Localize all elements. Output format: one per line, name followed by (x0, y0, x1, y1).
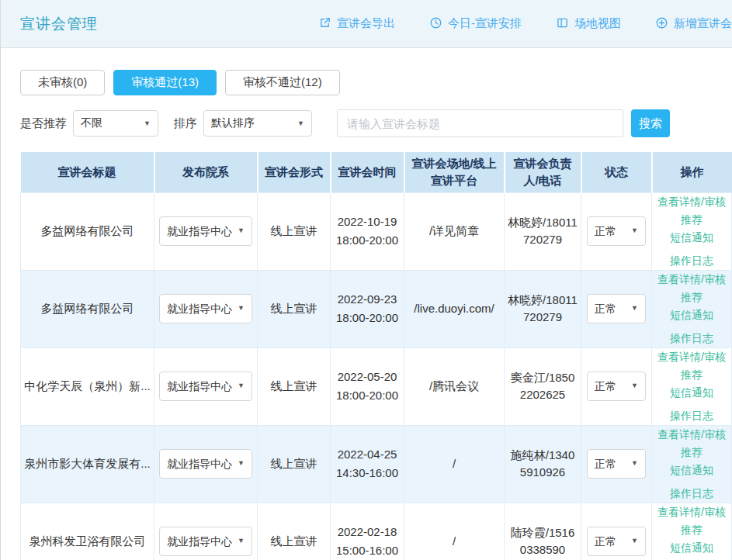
department-select[interactable]: 就业指导中心 ▼ (159, 449, 252, 479)
table-row: 多益网络有限公司 就业指导中心 ▼ 线上宣讲 2022-10-19 18:00-… (21, 192, 732, 270)
status-select-value: 正常 (595, 301, 616, 317)
top-bar: 宣讲会管理 宣讲会导出 今日-宣讲安排 场地视图 (1, 0, 732, 48)
row-action-link[interactable]: 推荐 (681, 366, 703, 384)
table-row: 泉州市影大体育发展有... 就业指导中心 ▼ 线上宣讲 2022-04-25 1… (21, 425, 732, 503)
session-format: 线上宣讲 (271, 534, 317, 548)
venue-view-link[interactable]: 场地视图 (556, 16, 621, 32)
session-title: 泉州科发卫浴有限公司 (29, 534, 146, 548)
row-action-link[interactable]: 短信通知 (670, 539, 713, 557)
session-time: 18:00-20:00 (334, 309, 401, 327)
table-body: 多益网络有限公司 就业指导中心 ▼ 线上宣讲 2022-10-19 18:00-… (21, 192, 732, 560)
chevron-down-icon: ▼ (238, 226, 245, 237)
department-select-value: 就业指导中心 (167, 223, 232, 240)
session-time: 18:00-20:00 (334, 231, 401, 250)
row-action-link[interactable]: 操作日志 (670, 330, 713, 347)
department-select[interactable]: 就业指导中心 ▼ (159, 294, 252, 323)
col-header-format: 宣讲会形式 (258, 152, 331, 192)
sort-select[interactable]: 默认排序 ▼ (203, 110, 312, 137)
chevron-down-icon: ▼ (238, 303, 245, 314)
department-select-value: 就业指导中心 (167, 301, 232, 317)
row-action-link[interactable]: 推荐 (681, 444, 703, 461)
col-header-operations: 操作 (652, 152, 732, 192)
session-date: 2022-10-19 (334, 213, 401, 231)
status-select[interactable]: 正常 ▼ (587, 527, 646, 556)
row-action-link[interactable]: 短信通知 (670, 306, 713, 324)
row-action-link[interactable]: 查看详情/审核 (657, 426, 726, 444)
row-action-link[interactable]: 推荐 (681, 289, 703, 306)
sort-select-value: 默认排序 (211, 116, 255, 130)
today-schedule-link-label: 今日-宣讲安排 (448, 16, 522, 31)
session-format: 线上宣讲 (271, 379, 317, 392)
presentation-management-page: 宣讲会管理 宣讲会导出 今日-宣讲安排 场地视图 (0, 0, 732, 560)
row-action-link[interactable]: 短信通知 (670, 229, 713, 247)
tab-rejected[interactable]: 审核不通过(12) (225, 70, 340, 95)
recommend-select[interactable]: 不限 ▼ (73, 110, 158, 137)
session-date: 2022-09-23 (334, 290, 401, 309)
row-actions: 查看详情/审核推荐短信通知操作日志 (655, 271, 728, 347)
row-actions: 查看详情/审核推荐短信通知操作日志 (655, 426, 728, 503)
col-header-title: 宣讲会标题 (21, 152, 154, 192)
export-sessions-link[interactable]: 宣讲会导出 (318, 16, 395, 32)
session-title: 中化学天辰（泉州）新... (24, 379, 151, 392)
chevron-down-icon: ▼ (238, 458, 245, 469)
today-schedule-link[interactable]: 今日-宣讲安排 (429, 16, 522, 32)
status-select-value: 正常 (595, 534, 616, 550)
add-session-link[interactable]: 新增宣讲会 (655, 16, 732, 32)
row-actions: 查看详情/审核推荐短信通知操作日志 (655, 193, 728, 270)
row-action-link[interactable]: 操作日志 (670, 252, 713, 270)
tab-unreviewed[interactable]: 未审核(0) (20, 70, 105, 95)
row-action-link[interactable]: 查看详情/审核 (657, 193, 726, 211)
search-input[interactable] (337, 109, 623, 137)
search-button[interactable]: 搜索 (631, 109, 670, 137)
table-row: 多益网络有限公司 就业指导中心 ▼ 线上宣讲 2022-09-23 18:00-… (21, 270, 732, 347)
export-link-label: 宣讲会导出 (337, 16, 395, 31)
row-action-link[interactable]: 操作日志 (670, 407, 713, 425)
row-action-link[interactable]: 推荐 (681, 211, 703, 229)
row-actions: 查看详情/审核推荐短信通知操作日志 (655, 348, 728, 425)
session-venue: /腾讯会议 (429, 379, 479, 392)
session-date: 2022-05-20 (334, 368, 401, 386)
export-icon (318, 16, 331, 32)
chevron-down-icon: ▼ (631, 536, 638, 547)
row-action-link[interactable]: 短信通知 (670, 461, 713, 479)
status-select[interactable]: 正常 ▼ (587, 449, 646, 479)
row-action-link[interactable]: 短信通知 (670, 384, 713, 402)
table-row: 泉州科发卫浴有限公司 就业指导中心 ▼ 线上宣讲 2022-02-18 15:0… (21, 503, 732, 560)
chevron-down-icon: ▼ (238, 381, 245, 392)
status-select-value: 正常 (595, 223, 616, 240)
row-action-link[interactable]: 推荐 (681, 521, 703, 539)
status-select[interactable]: 正常 ▼ (587, 372, 646, 401)
status-select[interactable]: 正常 ▼ (587, 216, 646, 246)
session-person-phone: 施纯林/13405910926 (511, 448, 575, 479)
col-header-venue: 宣讲会场地/线上宣讲平台 (404, 152, 505, 192)
status-select-value: 正常 (595, 456, 616, 472)
status-select[interactable]: 正常 ▼ (587, 294, 646, 323)
department-select[interactable]: 就业指导中心 ▼ (159, 527, 252, 556)
department-select[interactable]: 就业指导中心 ▼ (159, 372, 252, 401)
chevron-down-icon: ▼ (631, 226, 638, 237)
row-action-link[interactable]: 查看详情/审核 (657, 271, 726, 289)
review-status-tabs: 未审核(0) 审核通过(13) 审核不通过(12) (20, 70, 732, 95)
table-row: 中化学天辰（泉州）新... 就业指导中心 ▼ 线上宣讲 2022-05-20 1… (21, 347, 732, 425)
row-action-link[interactable]: 操作日志 (670, 485, 713, 503)
chevron-down-icon: ▼ (238, 536, 245, 547)
session-format: 线上宣讲 (271, 224, 317, 237)
chevron-down-icon: ▼ (144, 119, 151, 127)
row-action-link[interactable]: 查看详情/审核 (657, 348, 726, 366)
tab-approved[interactable]: 审核通过(13) (113, 70, 217, 95)
session-person-phone: 陆玲霞/15160338590 (511, 526, 575, 557)
department-select-value: 就业指导中心 (167, 534, 232, 550)
chevron-down-icon: ▼ (631, 381, 638, 392)
status-select-value: 正常 (595, 379, 616, 395)
session-venue: / (453, 457, 456, 470)
department-select[interactable]: 就业指导中心 ▼ (159, 216, 252, 246)
plus-circle-icon (655, 16, 668, 32)
page-title: 宣讲会管理 (20, 14, 98, 34)
col-header-time: 宣讲会时间 (331, 152, 404, 192)
session-date: 2022-02-18 (334, 523, 401, 541)
sessions-table: 宣讲会标题 发布院系 宣讲会形式 宣讲会时间 宣讲会场地/线上宣讲平台 宣讲会负… (20, 152, 731, 560)
row-action-link[interactable]: 查看详情/审核 (657, 503, 726, 521)
session-venue: /详见简章 (429, 224, 479, 237)
layout-icon (556, 16, 569, 32)
row-actions: 查看详情/审核推荐短信通知操作日志 (655, 503, 728, 560)
